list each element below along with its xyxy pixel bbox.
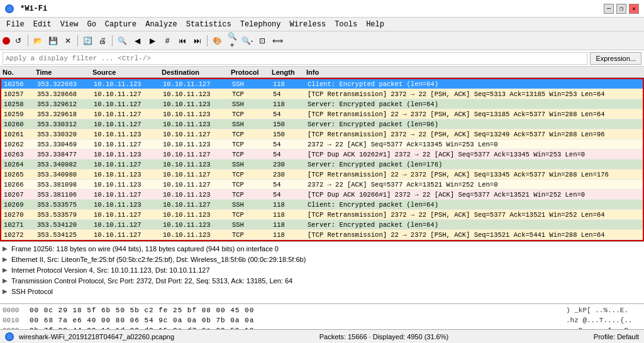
detail-item-ip[interactable]: ▶Internet Protocol Version 4, Src: 10.10… bbox=[3, 264, 641, 275]
zoom-normal-button[interactable]: ⊡ bbox=[255, 34, 269, 48]
col-header-destination: Destination bbox=[160, 68, 230, 76]
cell-time: 353.381106 bbox=[36, 191, 92, 199]
table-row[interactable]: 10256 353.322663 10.10.11.123 10.10.11.1… bbox=[1, 79, 643, 89]
cell-protocol: SSH bbox=[231, 101, 272, 108]
table-row[interactable]: 10257 353.328668 10.10.11.127 10.10.11.1… bbox=[1, 89, 643, 99]
col-header-protocol: Protocol bbox=[230, 68, 270, 76]
hex-row: 0010 00 68 7a e6 40 00 80 06 54 9c 0a 0a… bbox=[3, 315, 641, 325]
table-row[interactable]: 10262 353.330469 10.10.11.127 10.10.11.1… bbox=[1, 139, 643, 150]
table-row[interactable]: 10267 353.381106 10.10.11.127 10.10.11.1… bbox=[1, 190, 643, 200]
menu-item-telephony[interactable]: Telephony bbox=[236, 19, 285, 30]
menu-item-view[interactable]: View bbox=[57, 19, 82, 30]
minimize-button[interactable]: — bbox=[604, 4, 614, 14]
cell-no: 10264 bbox=[1, 161, 36, 168]
cell-length: 54 bbox=[272, 90, 306, 98]
detail-item-ssh[interactable]: ▶SSH Protocol bbox=[3, 286, 641, 297]
display-filter-input[interactable] bbox=[3, 52, 587, 65]
open-button[interactable]: 📂 bbox=[31, 34, 45, 48]
detail-item-ethernet[interactable]: ▶Ethernet II, Src: LiteonTe_fe:25:bf (50… bbox=[3, 254, 641, 264]
table-row[interactable]: 10270 353.533579 10.10.11.127 10.10.11.1… bbox=[1, 210, 643, 220]
close-button[interactable]: ✕ bbox=[629, 4, 639, 14]
table-row[interactable]: 10265 353.340980 10.10.11.123 10.10.11.1… bbox=[1, 170, 643, 180]
find-button[interactable]: 🔍 bbox=[115, 34, 129, 48]
menu-item-tools[interactable]: Tools bbox=[331, 19, 361, 30]
menu-item-go[interactable]: Go bbox=[83, 19, 99, 30]
cell-source: 10.10.11.127 bbox=[92, 121, 162, 128]
cell-source: 10.10.11.123 bbox=[92, 171, 162, 178]
detail-item-frame[interactable]: ▶Frame 10256: 118 bytes on wire (944 bit… bbox=[3, 243, 641, 254]
cell-source: 10.10.11.123 bbox=[92, 80, 162, 88]
detail-text: Internet Protocol Version 4, Src: 10.10.… bbox=[11, 266, 641, 274]
statusbar: wireshark-WiFi_20191218T04647_a02260.pca… bbox=[0, 329, 644, 343]
menu-item-file[interactable]: File bbox=[3, 19, 28, 30]
table-row[interactable]: 10269 353.533575 10.10.11.123 10.10.11.1… bbox=[1, 200, 643, 210]
zoom-in-button[interactable]: 🔍+ bbox=[225, 34, 239, 48]
restore-button[interactable]: ❐ bbox=[616, 4, 626, 14]
cell-length: 118 bbox=[272, 201, 306, 209]
cell-time: 353.534125 bbox=[36, 231, 92, 239]
cell-destination: 10.10.11.127 bbox=[162, 131, 231, 138]
cell-length: 150 bbox=[272, 121, 306, 128]
menu-item-edit[interactable]: Edit bbox=[30, 19, 55, 30]
cell-length: 118 bbox=[272, 80, 306, 88]
hex-row: 0000 00 0c 29 18 5f 6b 50 5b c2 fe 25 bf… bbox=[3, 305, 641, 315]
print-button[interactable]: 🖨 bbox=[96, 34, 109, 48]
table-row[interactable]: 10272 353.534125 10.10.11.127 10.10.11.1… bbox=[1, 230, 643, 240]
cell-time: 353.338477 bbox=[36, 151, 92, 158]
cell-no: 10263 bbox=[1, 151, 36, 158]
resize-columns-button[interactable]: ⟺ bbox=[270, 34, 284, 48]
cell-source: 10.10.11.127 bbox=[92, 231, 162, 239]
table-row[interactable]: 10266 353.381098 10.10.11.123 10.10.11.1… bbox=[1, 180, 643, 190]
expression-button[interactable]: Expression... bbox=[590, 52, 641, 65]
capture-stop-icon[interactable] bbox=[3, 37, 10, 45]
hex-bytes: 00 68 7a e6 40 00 80 06 54 9c 0a 0a 0b 7… bbox=[30, 317, 561, 324]
table-row[interactable]: 10271 353.534120 10.10.11.127 10.10.11.1… bbox=[1, 220, 643, 230]
menu-item-statistics[interactable]: Statistics bbox=[182, 19, 235, 30]
table-row[interactable]: 10258 353.329612 10.10.11.127 10.10.11.1… bbox=[1, 99, 643, 109]
cell-length: 118 bbox=[272, 211, 306, 219]
go-to-button[interactable]: # bbox=[160, 34, 174, 48]
go-first-button[interactable]: ⏮ bbox=[175, 34, 189, 48]
table-row[interactable]: 10259 353.329618 10.10.11.127 10.10.11.1… bbox=[1, 109, 643, 119]
status-left: wireshark-WiFi_20191218T04647_a02260.pca… bbox=[5, 332, 174, 341]
menu-item-wireless[interactable]: Wireless bbox=[286, 19, 330, 30]
cell-source: 10.10.11.123 bbox=[92, 181, 162, 188]
save-button[interactable]: 💾 bbox=[46, 34, 60, 48]
cell-destination: 10.10.11.123 bbox=[162, 111, 231, 118]
table-row[interactable]: 10260 353.330312 10.10.11.127 10.10.11.1… bbox=[1, 119, 643, 129]
cell-source: 10.10.11.127 bbox=[92, 191, 162, 199]
colorize-button[interactable]: 🎨 bbox=[210, 34, 224, 48]
table-row[interactable]: 10261 353.330320 10.10.11.123 10.10.11.1… bbox=[1, 129, 643, 139]
cell-protocol: TCP bbox=[231, 191, 272, 199]
cell-time: 353.328668 bbox=[36, 90, 92, 98]
table-row[interactable]: 10263 353.338477 10.10.11.123 10.10.11.1… bbox=[1, 150, 643, 160]
cell-destination: 10.10.11.123 bbox=[162, 221, 231, 229]
cell-time: 353.322663 bbox=[36, 80, 92, 88]
cell-destination: 10.10.11.123 bbox=[162, 211, 231, 219]
table-row[interactable]: 10264 353.340982 10.10.11.127 10.10.11.1… bbox=[1, 160, 643, 170]
go-back-button[interactable]: ◀ bbox=[130, 34, 144, 48]
cell-time: 353.330312 bbox=[36, 121, 92, 128]
cell-info: [TCP Retransmission] 2372 → 22 [PSH, ACK… bbox=[306, 211, 643, 219]
go-forward-button[interactable]: ▶ bbox=[145, 34, 159, 48]
toolbar-separator-2 bbox=[77, 35, 78, 46]
cell-length: 118 bbox=[272, 221, 306, 229]
cell-info: [TCP Retransmission] 2372 → 22 [PSH, ACK… bbox=[306, 131, 643, 138]
cell-no: 10260 bbox=[1, 121, 36, 128]
filterbar: Expression... bbox=[0, 50, 644, 67]
cell-destination: 10.10.11.127 bbox=[162, 151, 231, 158]
menu-item-analyze[interactable]: Analyze bbox=[142, 19, 180, 30]
expand-icon: ▶ bbox=[3, 277, 11, 284]
menu-item-help[interactable]: Help bbox=[362, 19, 388, 30]
zoom-out-button[interactable]: 🔍- bbox=[240, 34, 254, 48]
cell-info: [TCP Retransmission] 2372 → 22 [PSH, ACK… bbox=[306, 90, 643, 98]
close-capture-button[interactable]: ✕ bbox=[61, 34, 75, 48]
menu-item-capture[interactable]: Capture bbox=[101, 19, 140, 30]
detail-text: SSH Protocol bbox=[11, 288, 641, 295]
reload-button[interactable]: 🔄 bbox=[80, 34, 94, 48]
expand-icon: ▶ bbox=[3, 256, 11, 263]
go-last-button[interactable]: ⏭ bbox=[191, 34, 204, 48]
detail-item-tcp[interactable]: ▶Transmission Control Protocol, Src Port… bbox=[3, 275, 641, 286]
cell-destination: 10.10.11.123 bbox=[162, 141, 231, 148]
restart-capture-button[interactable]: ↺ bbox=[11, 34, 25, 48]
